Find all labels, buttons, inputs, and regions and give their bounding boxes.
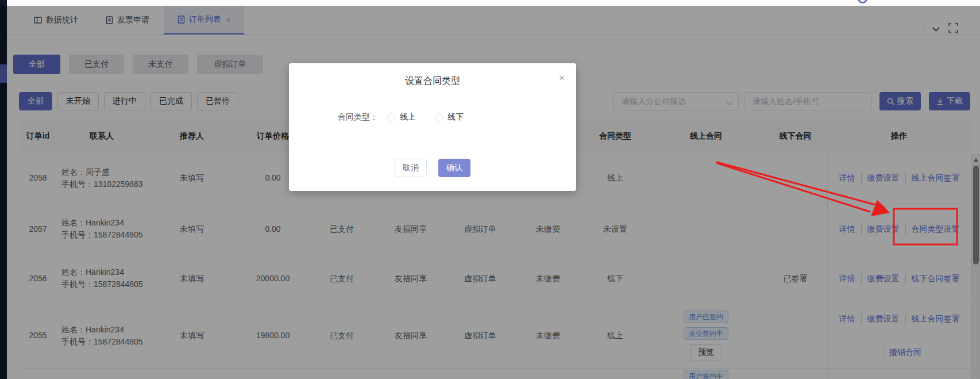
confirm-button[interactable]: 确认	[438, 159, 470, 177]
radio-circle-icon[interactable]	[387, 113, 395, 121]
topbar-avatar-icon	[858, 0, 867, 3]
radio-offline-label: 线下	[447, 112, 464, 122]
radio-online-label: 线上	[400, 112, 416, 122]
cancel-button[interactable]: 取消	[395, 159, 427, 177]
dialog-footer: 取消 确认	[289, 159, 576, 177]
radio-online[interactable]: 线上	[387, 112, 416, 122]
top-strip	[7, 0, 980, 6]
dialog-title: 设置合同类型	[289, 75, 576, 87]
dialog-close-icon[interactable]: ×	[559, 72, 565, 84]
set-contract-type-dialog: 设置合同类型 × 合同类型： 线上 线下 取消 确认	[289, 63, 576, 191]
contract-type-label: 合同类型：	[289, 112, 378, 122]
contract-type-radio-group: 线上 线下	[387, 112, 464, 122]
contract-type-field: 合同类型： 线上 线下	[289, 112, 576, 122]
radio-circle-icon[interactable]	[435, 113, 443, 121]
radio-offline[interactable]: 线下	[435, 112, 464, 122]
modal-mask	[0, 6, 980, 379]
